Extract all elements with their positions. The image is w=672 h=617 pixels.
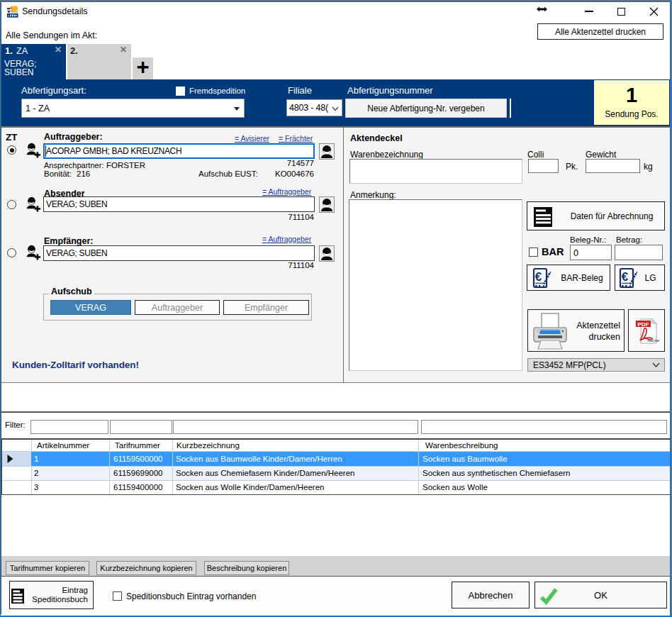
svg-text:€: € — [622, 270, 629, 284]
svg-text:€: € — [535, 270, 542, 284]
svg-text:PDF: PDF — [638, 321, 649, 328]
svg-text:Adobe: Adobe — [646, 338, 659, 343]
